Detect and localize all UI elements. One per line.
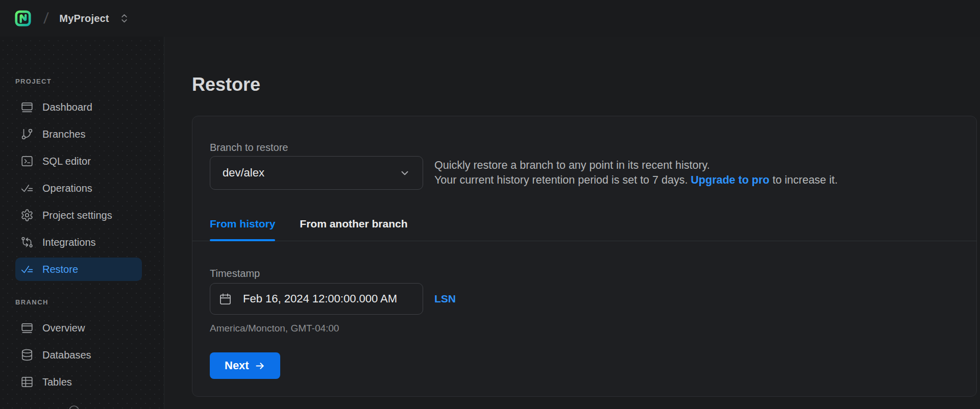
sidebar-section-branch: BRANCH bbox=[15, 298, 164, 306]
branch-select[interactable]: dev/alex bbox=[210, 156, 423, 190]
description-line2-prefix: Your current history retention period is… bbox=[434, 174, 691, 186]
branch-select-value: dev/alex bbox=[223, 166, 264, 180]
sidebar: PROJECT Dashboard Br bbox=[0, 37, 164, 409]
sidebar-item-label: Branches bbox=[42, 128, 86, 140]
timezone-text: America/Moncton, GMT-04:00 bbox=[210, 322, 959, 334]
sidebar-item-label: Dashboard bbox=[42, 101, 92, 113]
tab-from-another-branch[interactable]: From another branch bbox=[300, 218, 407, 241]
sidebar-item-branches[interactable]: Branches bbox=[15, 122, 142, 146]
sidebar-item-label: Overview bbox=[42, 322, 85, 334]
sidebar-section-project: PROJECT bbox=[15, 78, 164, 86]
timestamp-input[interactable]: Feb 16, 2024 12:00:00.000 AM bbox=[210, 283, 423, 315]
restore-card: Branch to restore dev/alex Quickly resto… bbox=[192, 116, 977, 397]
sidebar-item-label: Integrations bbox=[42, 236, 96, 248]
description-line2-suffix: to increase it. bbox=[769, 174, 838, 186]
calendar-icon bbox=[218, 292, 232, 306]
app-root: / MyProject PROJECT Dashboar bbox=[0, 0, 980, 409]
window-icon bbox=[20, 100, 34, 114]
sidebar-item-tables[interactable]: Tables bbox=[15, 370, 142, 394]
branch-row: dev/alex Quickly restore a branch to any… bbox=[210, 156, 959, 190]
sidebar-item-sql-editor[interactable]: SQL editor bbox=[15, 149, 142, 173]
restore-tabs: From history From another branch bbox=[192, 218, 977, 241]
shell: PROJECT Dashboard Br bbox=[0, 37, 980, 409]
partial-item-icon bbox=[68, 404, 80, 409]
restore-description: Quickly restore a branch to any point in… bbox=[434, 158, 838, 188]
tab-from-history[interactable]: From history bbox=[210, 218, 275, 241]
project-nav: Dashboard Branches bbox=[15, 95, 164, 281]
checklist-icon bbox=[20, 263, 34, 276]
timestamp-value: Feb 16, 2024 12:00:00.000 AM bbox=[243, 292, 397, 305]
branch-to-restore-label: Branch to restore bbox=[210, 141, 959, 154]
sidebar-item-restore[interactable]: Restore bbox=[15, 258, 142, 281]
breadcrumb-divider: / bbox=[43, 10, 49, 27]
sidebar-item-label: Operations bbox=[42, 182, 92, 194]
sidebar-item-label: Restore bbox=[42, 263, 78, 275]
upgrade-to-pro-link[interactable]: Upgrade to pro bbox=[691, 174, 769, 186]
lsn-link[interactable]: LSN bbox=[434, 293, 456, 305]
timestamp-label: Timestamp bbox=[210, 267, 959, 279]
top-bar: / MyProject bbox=[0, 0, 980, 37]
main-content: Restore Branch to restore dev/alex Quick… bbox=[164, 37, 980, 409]
description-line1: Quickly restore a branch to any point in… bbox=[434, 158, 838, 173]
sidebar-item-dashboard[interactable]: Dashboard bbox=[15, 95, 142, 119]
next-button-label: Next bbox=[225, 359, 249, 372]
sidebar-item-label: Tables bbox=[42, 376, 72, 388]
project-selector[interactable]: MyProject bbox=[59, 13, 128, 24]
sidebar-item-overview[interactable]: Overview bbox=[15, 316, 142, 340]
sidebar-item-databases[interactable]: Databases bbox=[15, 343, 142, 367]
window-icon bbox=[20, 321, 34, 335]
git-branch-icon bbox=[20, 127, 34, 141]
arrow-right-icon bbox=[255, 361, 265, 371]
page-title: Restore bbox=[192, 74, 980, 95]
sync-arrows-icon bbox=[20, 236, 34, 249]
sidebar-item-operations[interactable]: Operations bbox=[15, 176, 142, 200]
timestamp-row: Feb 16, 2024 12:00:00.000 AM LSN bbox=[210, 283, 959, 315]
chevron-down-icon bbox=[399, 167, 410, 178]
sidebar-item-label: Databases bbox=[42, 349, 91, 361]
description-line2: Your current history retention period is… bbox=[434, 173, 838, 188]
branch-nav: Overview Databases bbox=[15, 316, 164, 394]
sidebar-item-integrations[interactable]: Integrations bbox=[15, 231, 142, 254]
sidebar-item-label: SQL editor bbox=[42, 155, 91, 167]
chevron-up-down-icon bbox=[120, 13, 129, 23]
neon-logo-icon[interactable] bbox=[14, 10, 32, 27]
checklist-icon bbox=[20, 182, 34, 195]
table-icon bbox=[20, 375, 34, 389]
terminal-icon bbox=[20, 155, 34, 168]
next-button[interactable]: Next bbox=[210, 352, 280, 379]
project-name: MyProject bbox=[59, 13, 109, 24]
sidebar-item-label: Project settings bbox=[42, 209, 112, 221]
sidebar-item-project-settings[interactable]: Project settings bbox=[15, 203, 142, 227]
gear-icon bbox=[20, 209, 34, 222]
database-icon bbox=[20, 348, 34, 362]
